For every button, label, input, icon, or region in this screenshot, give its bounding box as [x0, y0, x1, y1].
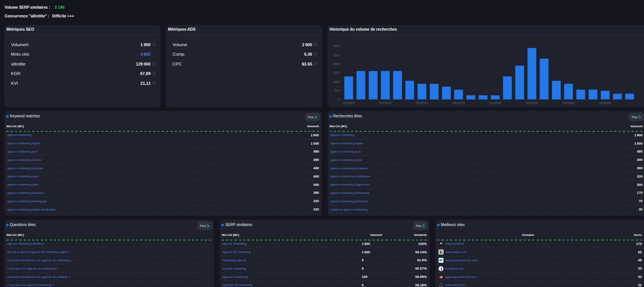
svg-text:05/2024: 05/2024 — [416, 101, 428, 105]
svg-text:1000: 1000 — [333, 80, 340, 84]
svg-text:2000: 2000 — [333, 62, 340, 66]
svg-text:08/2024: 08/2024 — [453, 101, 465, 105]
svg-text:500: 500 — [334, 89, 340, 92]
svg-text:11/2024: 11/2024 — [489, 101, 501, 105]
svg-text:2500: 2500 — [333, 53, 340, 57]
svg-text:08/2025: 08/2025 — [599, 101, 611, 105]
svg-text:02/2025: 02/2025 — [526, 101, 538, 105]
svg-text:0: 0 — [338, 98, 340, 101]
svg-text:1500: 1500 — [333, 71, 340, 75]
svg-text:3000: 3000 — [333, 44, 340, 48]
svg-text:02/2024: 02/2024 — [379, 101, 392, 105]
svg-text:11/2023: 11/2023 — [343, 101, 355, 105]
svg-text:05/2025: 05/2025 — [562, 101, 575, 105]
